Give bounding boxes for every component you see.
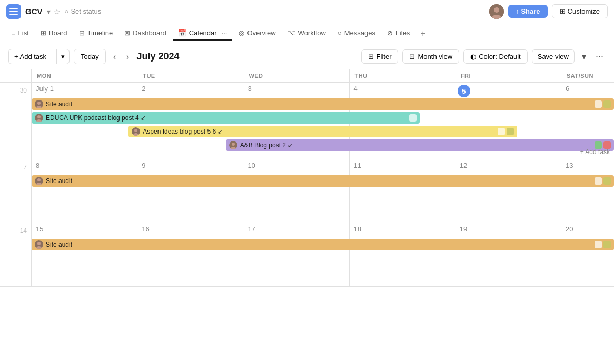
tue-header: TUE	[137, 69, 243, 82]
event-icon-5	[507, 128, 514, 135]
day-cell-jul13: 13	[561, 159, 614, 223]
workflow-icon: ⌥	[288, 29, 295, 37]
prev-arrow[interactable]: ‹	[110, 50, 119, 64]
event-icon-1	[595, 100, 602, 108]
add-task-dropdown[interactable]: ▾	[56, 49, 70, 64]
event-icon-w2-2	[603, 177, 611, 185]
svg-point-19	[37, 178, 41, 181]
event-site-audit-w1[interactable]: Site audit	[32, 98, 614, 110]
today-button[interactable]: Today	[74, 49, 106, 64]
month-view-button[interactable]: ⊡ Month view	[402, 49, 459, 64]
event-icon-w3-1	[595, 241, 602, 248]
dashboard-icon: ⊠	[124, 29, 130, 37]
add-task-button[interactable]: + Add task	[8, 49, 52, 64]
event-avatar	[35, 100, 43, 108]
messages-icon: ○	[338, 29, 342, 37]
day-num-17: 17	[245, 224, 257, 234]
chevron-down-icon[interactable]: ▾	[47, 7, 51, 16]
next-arrow[interactable]: ›	[123, 50, 132, 64]
svg-rect-1	[9, 11, 18, 12]
day-num-20: 20	[563, 224, 575, 234]
add-tab-button[interactable]: +	[416, 26, 429, 41]
week-2-days: 8 9 10 11 12 13 Site audit	[32, 159, 614, 223]
day-num-8: 8	[34, 160, 42, 170]
board-icon: ⊞	[41, 29, 46, 37]
week-num-3: 14	[0, 223, 32, 286]
day-num-18: 18	[352, 224, 363, 234]
app-icon	[6, 4, 21, 19]
calendar-more-icon[interactable]: ···	[222, 29, 227, 37]
tab-overview[interactable]: ◎ Overview	[233, 26, 281, 41]
event-ab-blog[interactable]: A&B Blog post 2 ↙	[226, 139, 614, 151]
week-1-days: July 1 2 3 4 5 6 Site audit	[32, 83, 614, 159]
day-cell-jul20: 20	[561, 223, 614, 286]
customize-button[interactable]: ⊞ Customize	[552, 4, 608, 18]
fri-header: FRI	[455, 69, 561, 82]
tab-list[interactable]: ≡ List	[6, 26, 34, 41]
calendar: MON TUE WED THU FRI SAT/SUN 30 July 1 2 …	[0, 69, 614, 287]
tab-board[interactable]: ⊞ Board	[35, 26, 73, 41]
tab-dashboard[interactable]: ⊠ Dashboard	[119, 26, 172, 41]
project-name: GCV	[25, 7, 43, 16]
tab-calendar[interactable]: 📅 Calendar ···	[173, 26, 233, 41]
event-avatar-w2	[35, 177, 43, 185]
add-task-link-w1[interactable]: + Add task	[580, 148, 610, 156]
svg-point-22	[37, 242, 41, 245]
event-icons-2	[409, 114, 417, 122]
event-avatar-w3	[35, 240, 43, 249]
save-view-dropdown[interactable]: ▾	[579, 49, 589, 64]
tab-messages[interactable]: ○ Messages	[332, 26, 381, 41]
toolbar: + Add task ▾ Today ‹ › July 2024 ⊞ Filte…	[0, 44, 614, 69]
event-icon-7	[603, 141, 611, 149]
tab-timeline[interactable]: ⊟ Timeline	[74, 26, 118, 41]
month-title: July 2024	[136, 51, 179, 62]
set-status-button[interactable]: ○ Set status	[65, 7, 102, 15]
color-icon: ◐	[470, 53, 476, 60]
month-view-icon: ⊡	[409, 53, 415, 60]
day-num-jul1: July 1	[34, 84, 56, 94]
day-cell-jul12: 12	[455, 159, 561, 223]
day-cell-jul17: 17	[243, 223, 349, 286]
week-3-days: 15 16 17 18 19 20 Site audit	[32, 223, 614, 286]
event-educa-upk[interactable]: EDUCA UPK podcast blog post 4 ↙	[32, 112, 420, 124]
event-icon-3	[409, 114, 417, 122]
day-num-jul2: 2	[140, 84, 147, 94]
event-icon-w2-1	[595, 177, 602, 185]
event-icons-3	[498, 128, 514, 135]
week-header	[0, 69, 32, 82]
overview-icon: ◎	[239, 29, 244, 37]
event-label-2: EDUCA UPK podcast blog post 4 ↙	[46, 114, 146, 122]
color-button[interactable]: ◐ Color: Default	[463, 49, 527, 64]
event-aspen-ideas[interactable]: Aspen Ideas blog post 5 6 ↙	[128, 126, 517, 137]
svg-point-4	[494, 7, 499, 13]
event-icons	[595, 100, 611, 108]
day-num-15: 15	[34, 224, 45, 234]
filter-button[interactable]: ⊞ Filter	[361, 49, 399, 64]
event-avatar-3	[132, 127, 140, 136]
files-icon: ⊘	[387, 29, 393, 37]
svg-point-7	[37, 102, 41, 105]
event-icons-4	[595, 141, 611, 149]
share-button[interactable]: ↑ Share	[508, 5, 548, 18]
day-cell-jul8: 8	[32, 159, 137, 223]
save-view-button[interactable]: Save view	[532, 49, 575, 64]
day-num-12: 12	[458, 160, 469, 170]
week-row-3: 14 15 16 17 18 19 20 Site audit	[0, 223, 614, 287]
week-num-2: 7	[0, 159, 32, 223]
event-label-w2: Site audit	[46, 177, 72, 185]
event-site-audit-w3[interactable]: Site audit	[32, 239, 614, 250]
star-icon[interactable]: ☆	[54, 7, 61, 16]
day-num-19: 19	[458, 224, 469, 234]
tab-files[interactable]: ⊘ Files	[382, 26, 415, 41]
day-num-10: 10	[245, 160, 257, 170]
thu-header: THU	[350, 69, 455, 82]
event-site-audit-w2[interactable]: Site audit	[32, 175, 614, 187]
day-cell-jul16: 16	[137, 223, 243, 286]
event-icon-6	[595, 141, 602, 149]
more-button[interactable]: ···	[593, 49, 606, 64]
sat-sun-header: SAT/SUN	[561, 69, 614, 82]
avatar	[489, 4, 504, 19]
day-num-9: 9	[140, 160, 147, 170]
tab-workflow[interactable]: ⌥ Workflow	[282, 26, 331, 41]
share-icon: ↑	[516, 7, 519, 15]
